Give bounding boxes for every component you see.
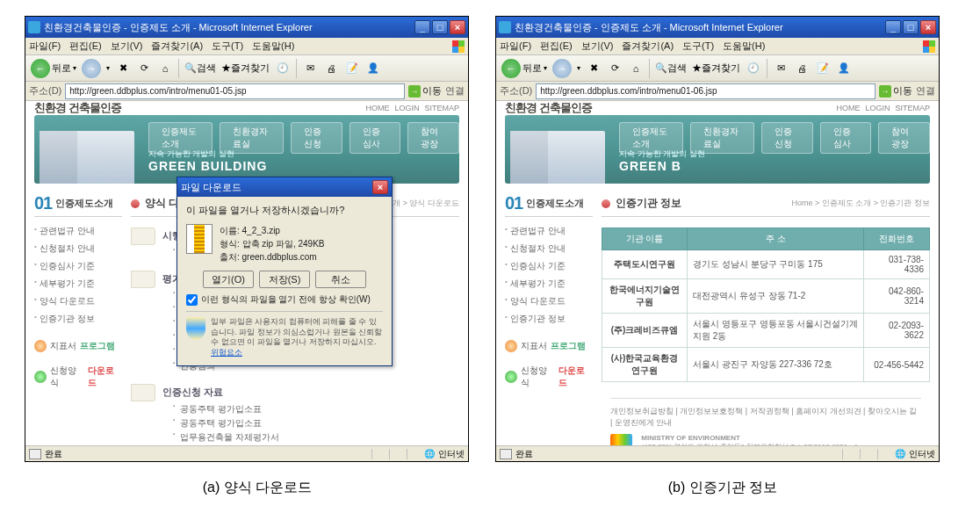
maximize-button[interactable]: □ [903, 20, 919, 34]
print-icon[interactable]: 🖨 [323, 61, 339, 76]
cancel-button[interactable]: 취소 [315, 271, 366, 288]
back-dropdown-icon[interactable]: ▾ [73, 64, 76, 72]
minimize-button[interactable]: _ [414, 20, 430, 34]
list-item[interactable]: 공동주택 평가입소표 [173, 402, 288, 416]
menu-tools[interactable]: 도구(T) [212, 40, 243, 53]
list-item[interactable]: 업무용건축물 자체평가서 [173, 430, 288, 444]
side-item-1[interactable]: 관련법규 안내 [34, 222, 122, 240]
forward-button[interactable]: → [82, 59, 101, 78]
toplink-login[interactable]: LOGIN [394, 104, 419, 112]
side-item-1[interactable]: 관련법규 안내 [505, 222, 593, 240]
history-icon[interactable]: 🕘 [746, 61, 761, 76]
minimize-button[interactable]: _ [885, 20, 901, 34]
side-download-link[interactable]: 신청양식 다운로드 [34, 365, 122, 389]
side-item-3[interactable]: 인증심사 기준 [505, 257, 593, 275]
edit-icon[interactable]: 📝 [344, 61, 360, 76]
menu-file[interactable]: 파일(F) [29, 40, 61, 53]
side-item-2[interactable]: 신청절차 안내 [505, 240, 593, 257]
side-item-2[interactable]: 신청절차 안내 [34, 240, 122, 257]
search-button[interactable]: 🔍검색 [184, 61, 216, 75]
menu-file[interactable]: 파일(F) [500, 40, 531, 53]
stop-icon[interactable]: ✖ [586, 61, 602, 76]
edit-icon[interactable]: 📝 [815, 61, 831, 76]
nav-pill-3[interactable]: 인증신청 [291, 122, 342, 154]
risk-link[interactable]: 위험요소 [211, 348, 242, 357]
side-download-link[interactable]: 신청양식 다운로드 [505, 365, 593, 389]
search-button[interactable]: 🔍검색 [655, 61, 687, 75]
side-item-4[interactable]: 세부평가 기준 [505, 275, 593, 293]
ie-title-bar[interactable]: 친환경건축물인증 - 인증제도 소개 - Microsoft Internet … [25, 17, 468, 38]
side-program-link[interactable]: 지표서 프로그램 [505, 340, 593, 352]
toplink-sitemap[interactable]: SITEMAP [895, 104, 930, 112]
nav-pill-4[interactable]: 인증심사 [820, 122, 872, 154]
menu-edit[interactable]: 편집(E) [69, 40, 102, 53]
side-item-3[interactable]: 인증심사 기준 [34, 257, 122, 275]
back-button[interactable]: ← 뒤로 ▾ [501, 59, 547, 78]
side-item-6[interactable]: 인증기관 정보 [505, 310, 593, 328]
forward-dropdown-icon[interactable]: ▾ [106, 64, 110, 72]
menu-fav[interactable]: 즐겨찾기(A) [622, 40, 674, 53]
history-icon[interactable]: 🕘 [275, 61, 291, 76]
menu-help[interactable]: 도움말(H) [723, 40, 765, 53]
dialog-close-button[interactable]: × [372, 180, 388, 194]
favorites-button[interactable]: ★즐겨찾기 [692, 61, 740, 75]
side-program-link[interactable]: 지표서 프로그램 [34, 340, 122, 352]
links-label[interactable]: 연결 [916, 84, 935, 98]
caption-a: (a) 양식 다운로드 [25, 479, 490, 497]
nav-pill-4[interactable]: 인증심사 [349, 122, 401, 154]
msn-icon[interactable]: 👤 [365, 61, 381, 76]
print-icon[interactable]: 🖨 [794, 61, 810, 76]
nav-pill-3[interactable]: 인증신청 [761, 122, 813, 154]
dialog-title-bar[interactable]: 파일 다운로드 × [177, 177, 392, 197]
go-button[interactable]: →이동 [879, 84, 912, 98]
open-button[interactable]: 열기(O) [203, 271, 254, 288]
site-header: 친환경 건축물인증 HOME LOGIN SITEMAP [25, 101, 468, 115]
mail-icon[interactable]: ✉ [302, 61, 318, 76]
address-input[interactable]: http://green.ddbplus.com/intro/menu01-05… [65, 83, 405, 99]
ie-title-bar[interactable]: 친환경건축물인증 - 인증제도 소개 - Microsoft Internet … [496, 17, 939, 38]
msn-icon[interactable]: 👤 [836, 61, 852, 76]
address-input[interactable]: http://green.ddbplus.com/intro/menu01-06… [536, 83, 876, 99]
toplink-sitemap[interactable]: SITEMAP [424, 104, 459, 112]
side-item-4[interactable]: 세부평가 기준 [34, 275, 122, 293]
back-button[interactable]: ← 뒤로 ▾ [31, 59, 76, 78]
menu-help[interactable]: 도움말(H) [252, 40, 294, 53]
back-dropdown-icon[interactable]: ▾ [544, 64, 547, 72]
stop-icon[interactable]: ✖ [115, 61, 131, 76]
forward-dropdown-icon[interactable]: ▾ [577, 64, 580, 72]
maximize-button[interactable]: □ [432, 20, 448, 34]
download-dialog: 파일 다운로드 × 이 파일을 열거나 저장하시겠습니까? 이름: 4_2_3.… [177, 177, 393, 366]
menu-view[interactable]: 보기(V) [581, 40, 614, 53]
menu-fav[interactable]: 즐겨찾기(A) [151, 40, 203, 53]
site-logo[interactable]: 친환경 건축물인증 [34, 101, 121, 116]
list-item[interactable]: 공동주택 평가입소표 [173, 416, 288, 430]
links-label[interactable]: 연결 [445, 84, 465, 98]
toplink-home[interactable]: HOME [365, 104, 389, 112]
home-icon[interactable]: ⌂ [157, 61, 173, 76]
toplink-login[interactable]: LOGIN [865, 104, 890, 112]
always-ask-checkbox[interactable] [186, 294, 198, 306]
close-button[interactable]: × [450, 20, 465, 34]
forward-button[interactable]: → [552, 59, 572, 78]
side-item-6[interactable]: 인증기관 정보 [34, 310, 122, 328]
th-addr: 주 소 [687, 228, 863, 250]
save-button[interactable]: 저장(S) [259, 271, 310, 288]
toplink-home[interactable]: HOME [836, 104, 860, 112]
side-item-5[interactable]: 양식 다운로드 [505, 293, 593, 310]
refresh-icon[interactable]: ⟳ [136, 61, 152, 76]
refresh-icon[interactable]: ⟳ [607, 61, 623, 76]
nav-pill-5[interactable]: 참여광장 [878, 122, 930, 154]
go-button[interactable]: →이동 [408, 84, 442, 98]
favorites-button[interactable]: ★즐겨찾기 [221, 61, 270, 75]
side-item-5[interactable]: 양식 다운로드 [34, 293, 122, 310]
close-button[interactable]: × [920, 20, 936, 34]
menu-edit[interactable]: 편집(E) [540, 40, 573, 53]
mail-icon[interactable]: ✉ [773, 61, 789, 76]
menu-view[interactable]: 보기(V) [111, 40, 143, 53]
site-logo[interactable]: 친환경 건축물인증 [505, 101, 592, 116]
menu-tools[interactable]: 도구(T) [682, 40, 714, 53]
nav-pill-5[interactable]: 참여광장 [407, 122, 459, 154]
home-icon[interactable]: ⌂ [628, 61, 644, 76]
footer-links[interactable]: 개인정보취급방침 | 개인정보보호정책 | 저작권정책 | 홈페이지 개선의견 … [610, 406, 921, 429]
address-label: 주소(D) [29, 84, 61, 98]
